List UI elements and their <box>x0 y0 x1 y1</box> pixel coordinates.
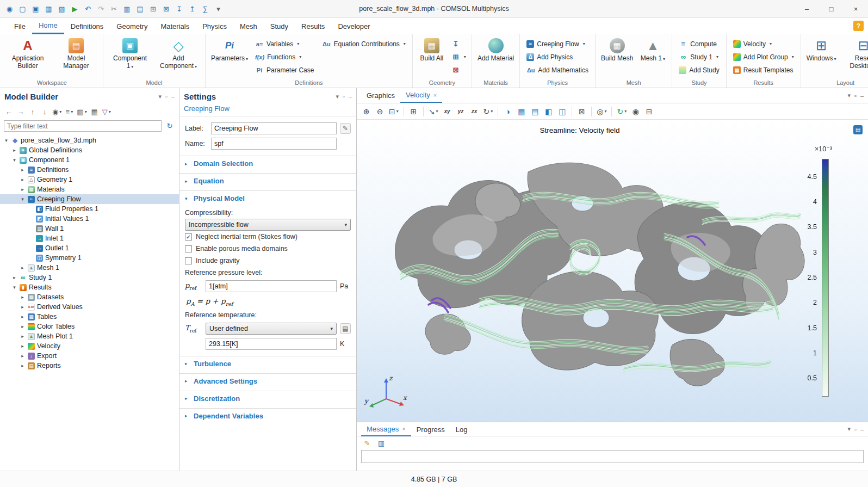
ribbon-button-add-material[interactable]: Add Material <box>475 36 516 63</box>
environment-button[interactable]: ▦ <box>515 105 528 118</box>
porous-media-checkbox-row[interactable]: Enable porous media domains <box>185 243 351 255</box>
update-plot-button[interactable]: ↻▾ <box>615 105 628 118</box>
panel-float-icon[interactable]: ▫ <box>854 426 857 433</box>
panel-minimize-icon[interactable]: – <box>860 93 864 99</box>
filter-input[interactable] <box>4 120 162 132</box>
tree-item-mesh-plot-1[interactable]: ▸▲Mesh Plot 1 <box>0 331 179 341</box>
expand-arrow-icon[interactable]: ▸ <box>20 167 26 172</box>
ribbon-button-windows[interactable]: ⊞Windows▾ <box>804 36 839 63</box>
tree-item-derived-values[interactable]: ▸8.85Derived Values <box>0 302 179 312</box>
tree-item-definitions[interactable]: ▸≡Definitions <box>0 165 179 175</box>
titlebar-delete-icon[interactable]: ⊠ <box>160 3 172 15</box>
expand-arrow-icon[interactable]: ▸ <box>20 324 26 329</box>
menu-tab-definitions[interactable]: Definitions <box>64 18 110 34</box>
titlebar-paste-icon[interactable]: ▤ <box>134 3 146 15</box>
help-button[interactable]: ? <box>853 21 864 31</box>
zoom-extents-button[interactable]: ⊞ <box>407 105 420 118</box>
menu-tab-physics[interactable]: Physics <box>196 18 233 34</box>
temperature-list-icon[interactable]: ▤ <box>340 323 351 334</box>
tree-item-root[interactable]: ▾◆pore_scale_flow_3d.mph <box>0 135 179 145</box>
ribbon-button-mesh-1[interactable]: ▲Mesh 1▾ <box>637 36 668 63</box>
panel-menu-icon[interactable]: ▾ <box>336 93 339 100</box>
forward-button[interactable]: → <box>15 106 26 118</box>
filter-button[interactable]: ▽▾ <box>101 106 112 118</box>
tree-item-tables[interactable]: ▸▦Tables <box>0 312 179 322</box>
tab-log[interactable]: Log <box>450 422 473 436</box>
show-button[interactable]: ◉▾ <box>51 106 63 118</box>
tree-item-study-1[interactable]: ▸∞Study 1 <box>0 273 179 282</box>
panel-minimize-icon[interactable]: – <box>860 426 864 433</box>
zoom-box-button[interactable]: ⊡▾ <box>387 105 400 118</box>
section-equation[interactable]: ▸ Equation <box>179 173 356 188</box>
menu-tab-results[interactable]: Results <box>295 18 331 34</box>
expand-arrow-icon[interactable]: ▸ <box>20 314 26 319</box>
tree-item-datasets[interactable]: ▸▦Datasets <box>0 292 179 302</box>
menu-tab-mesh[interactable]: Mesh <box>233 18 264 34</box>
section-physical-model[interactable]: ▾ Physical Model <box>179 190 356 206</box>
ribbon-button-geom-import[interactable]: ↧ <box>449 38 468 50</box>
section-advanced-settings[interactable]: ▸ Advanced Settings <box>179 373 356 389</box>
ribbon-button-creeping-flow[interactable]: ≈Creeping Flow▾ <box>523 38 592 50</box>
tree-item-wall-1[interactable]: ▥Wall 1 <box>0 224 179 233</box>
temperature-input[interactable] <box>206 338 337 350</box>
graphics-canvas[interactable]: Streamline: Velocity field ▤ <box>357 120 868 422</box>
view-yz-button[interactable]: yz <box>455 105 467 118</box>
ribbon-button-equation-contributions[interactable]: ΔuEquation Contributions▾ <box>319 38 408 50</box>
columns-button[interactable]: ▦ <box>89 106 100 118</box>
ribbon-button-build-all[interactable]: ▦Build All <box>416 36 448 63</box>
tree-item-velocity[interactable]: ▸Velocity <box>0 341 179 351</box>
titlebar-compare-icon[interactable]: ▧ <box>55 3 68 15</box>
expand-levels-button[interactable]: ▥▾ <box>76 106 88 118</box>
copy-messages-button[interactable]: ▥ <box>375 437 387 448</box>
titlebar-export-table-icon[interactable]: ↥ <box>186 3 199 15</box>
expand-arrow-icon[interactable]: ▸ <box>20 187 26 192</box>
stokes-flow-checkbox-row[interactable]: ✓ Neglect inertial term (Stokes flow) <box>185 231 351 243</box>
panel-minimize-icon[interactable]: – <box>171 93 175 100</box>
move-up-button[interactable]: ↑ <box>27 106 38 118</box>
close-button[interactable]: × <box>844 0 868 17</box>
menu-tab-home[interactable]: Home <box>32 18 64 34</box>
scene-light-button[interactable]: ◑ <box>501 105 514 118</box>
panel-menu-icon[interactable]: ▾ <box>158 93 162 100</box>
go-to-default-view-button[interactable]: ↘▾ <box>427 105 440 118</box>
ribbon-button-reset-desktop[interactable]: ⊟Reset Desktop▾ <box>840 36 868 71</box>
ribbon-button-geom-livelink[interactable]: ⊞▾ <box>449 51 468 63</box>
checkbox-unchecked-icon[interactable] <box>185 257 192 264</box>
tab-progress[interactable]: Progress <box>411 422 450 436</box>
ribbon-button-add-plot-group[interactable]: Add Plot Group▾ <box>730 51 797 63</box>
print-button[interactable]: ⊟ <box>643 105 655 118</box>
maximize-button[interactable]: □ <box>819 0 844 17</box>
show-legends-button[interactable]: ▤ <box>529 105 541 118</box>
tab-graphics[interactable]: Graphics <box>361 88 400 103</box>
panel-minimize-icon[interactable]: – <box>349 93 352 100</box>
zoom-in-button[interactable]: ⊕ <box>360 105 373 118</box>
model-tree-nodes-button[interactable]: ≡▾ <box>64 106 75 118</box>
gravity-checkbox-row[interactable]: Include gravity <box>185 255 351 267</box>
lock-view-button[interactable]: ⊠ <box>575 105 588 118</box>
zoom-out-button[interactable]: ⊖ <box>374 105 386 118</box>
back-button[interactable]: ← <box>3 106 14 118</box>
reference-pressure-input[interactable] <box>206 280 337 292</box>
tree-item-color-tables[interactable]: ▸Color Tables <box>0 322 179 331</box>
ribbon-button-parameter-case[interactable]: PiParameter Case <box>252 64 317 76</box>
tree-item-component-1[interactable]: ▾▣Component 1 <box>0 155 179 165</box>
ribbon-button-build-mesh[interactable]: ▦Build Mesh <box>599 36 635 63</box>
plot-properties-button[interactable]: ▤ <box>853 125 863 134</box>
expand-arrow-icon[interactable]: ▸ <box>20 265 26 270</box>
expand-arrow-icon[interactable]: ▸ <box>20 334 26 339</box>
tree-item-initial-values-1[interactable]: ◩Initial Values 1 <box>0 214 179 224</box>
section-discretization[interactable]: ▸ Discretization <box>179 391 356 406</box>
ribbon-button-component-1[interactable]: ▣Component 1▾ <box>107 36 153 71</box>
expand-arrow-icon[interactable]: ▸ <box>20 294 26 300</box>
section-dependent-variables[interactable]: ▸ Dependent Variables <box>179 408 356 423</box>
view-zx-button[interactable]: zx <box>468 105 481 118</box>
section-turbulence[interactable]: ▸ Turbulence <box>179 356 356 371</box>
menu-tab-materials[interactable]: Materials <box>154 18 196 34</box>
titlebar-import-table-icon[interactable]: ↧ <box>173 3 185 15</box>
tree-item-global-definitions[interactable]: ▸●Global Definitions <box>0 145 179 155</box>
rotate-view-button[interactable]: ↻▾ <box>482 105 495 118</box>
titlebar-open-icon[interactable]: ▣ <box>29 3 42 15</box>
tree-item-materials[interactable]: ▸▦Materials <box>0 184 179 194</box>
ribbon-button-result-templates[interactable]: ▤Result Templates <box>730 64 797 76</box>
collapse-arrow-icon[interactable]: ▾ <box>20 196 26 202</box>
